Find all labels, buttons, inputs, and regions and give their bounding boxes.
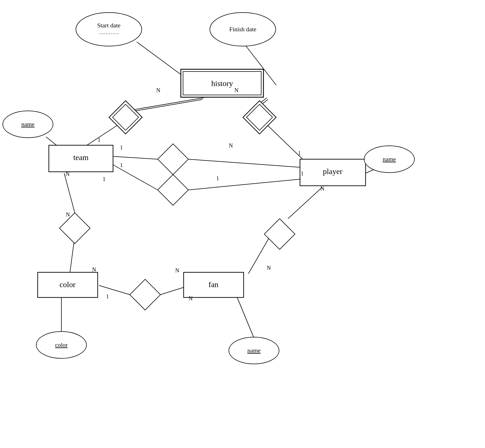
- svg-line-10: [113, 165, 158, 190]
- attr-color-label: color: [55, 341, 68, 348]
- card-rel2-1: 1: [216, 175, 219, 181]
- attr-finish-date-label: Finish date: [229, 26, 256, 33]
- entity-team-label: team: [73, 153, 89, 162]
- card-fan-n-left-bot: N: [189, 295, 193, 301]
- er-diagram: history team player color fan Start date…: [0, 0, 485, 448]
- card-rel1-1: 1: [120, 144, 123, 151]
- card-rel3-1: 1: [103, 176, 105, 182]
- entity-fan-label: fan: [208, 280, 219, 289]
- svg-line-3: [132, 99, 203, 111]
- card-team-1a: 1: [98, 137, 100, 143]
- card-history-left-n: N: [156, 87, 160, 93]
- card-fan-n-right: N: [267, 265, 271, 271]
- card-fan-n-left-top: N: [175, 267, 179, 273]
- entity-history-label: history: [211, 79, 233, 88]
- attr-team-name-label: name: [21, 121, 35, 128]
- svg-line-19: [237, 297, 254, 338]
- attr-player-name-label: name: [383, 156, 396, 163]
- svg-text:…………: …………: [99, 30, 119, 35]
- entity-player: player: [300, 159, 366, 186]
- entity-player-label: player: [323, 167, 343, 176]
- card-history-right-n: N: [234, 87, 238, 93]
- svg-marker-27: [158, 175, 188, 205]
- svg-point-37: [76, 13, 142, 46]
- card-team-n: N: [66, 171, 69, 177]
- svg-marker-30: [130, 279, 160, 310]
- entity-history: history: [181, 69, 263, 97]
- svg-line-16: [99, 285, 130, 295]
- card-color-n-top: N: [66, 211, 70, 218]
- svg-line-12: [64, 173, 75, 213]
- attr-fan-name-label: name: [247, 347, 261, 354]
- svg-line-2: [133, 98, 204, 110]
- entity-fan: fan: [184, 272, 244, 297]
- svg-marker-28: [59, 213, 90, 244]
- svg-marker-26: [158, 144, 188, 175]
- card-color-1: 1: [106, 293, 109, 299]
- card-color-n-bot: N: [92, 266, 96, 273]
- svg-line-9: [188, 159, 304, 168]
- entity-color: color: [38, 272, 98, 297]
- svg-marker-29: [264, 219, 295, 249]
- card-rel1-n: N: [229, 142, 233, 149]
- attr-start-date: Start date …………: [76, 13, 142, 46]
- svg-line-6: [83, 125, 118, 148]
- attr-fan-name: name: [229, 337, 279, 364]
- svg-line-7: [267, 125, 306, 162]
- attr-color: color: [36, 332, 87, 358]
- card-player-1b: 1: [301, 170, 304, 177]
- entity-color-label: color: [59, 280, 76, 289]
- card-rel1-1b: 1: [120, 162, 123, 168]
- svg-line-8: [113, 156, 158, 159]
- attr-start-date-label: Start date: [97, 22, 121, 29]
- attr-team-name: name: [3, 111, 53, 138]
- attr-finish-date: Finish date: [210, 13, 276, 46]
- card-player-1a: 1: [298, 150, 301, 156]
- attr-player-name: name: [364, 146, 414, 173]
- svg-line-11: [188, 179, 304, 190]
- entity-team: team: [49, 145, 113, 172]
- card-player-n: N: [320, 185, 324, 192]
- svg-rect-23: [112, 104, 138, 130]
- svg-line-14: [288, 187, 322, 219]
